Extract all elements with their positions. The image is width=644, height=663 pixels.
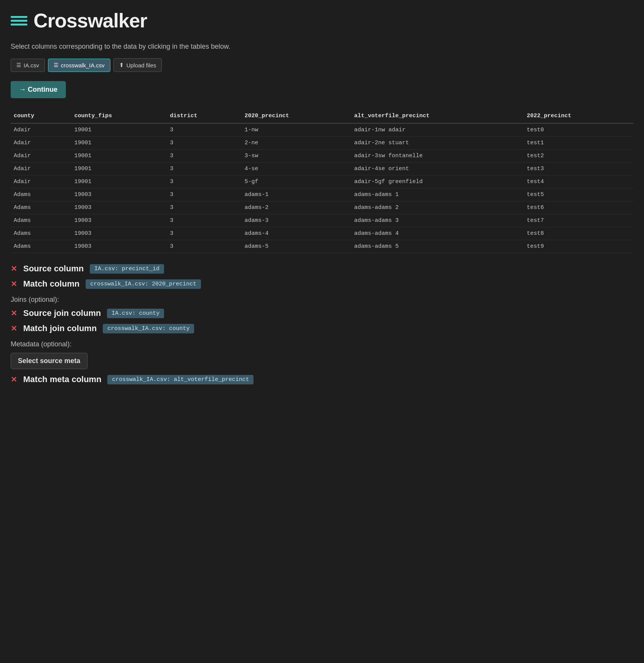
table-cell-r5-c0[interactable]: Adams <box>11 188 71 201</box>
table-cell-r6-c4[interactable]: adams-adams 2 <box>351 201 524 214</box>
table-cell-r5-c3[interactable]: adams-1 <box>242 188 351 201</box>
table-cell-r4-c3[interactable]: 5-gf <box>242 175 351 188</box>
select-meta-container: Select source meta <box>11 353 633 375</box>
table-cell-r5-c4[interactable]: adams-adams 1 <box>351 188 524 201</box>
col-header-2022-precinct[interactable]: 2022_precinct <box>524 109 633 123</box>
source-join-clear-button[interactable]: ✕ <box>11 309 17 317</box>
table-cell-r2-c1[interactable]: 19001 <box>71 150 167 163</box>
table-cell-r0-c4[interactable]: adair-1nw adair <box>351 123 524 137</box>
file-tabs: ☰ IA.csv ☰ crosswalk_IA.csv ⬆ Upload fil… <box>11 58 633 72</box>
continue-button[interactable]: → Continue <box>11 81 66 98</box>
tab-ia-csv[interactable]: ☰ IA.csv <box>11 59 45 72</box>
source-column-badge: IA.csv: precinct_id <box>90 264 164 274</box>
table-cell-r9-c0[interactable]: Adams <box>11 240 71 253</box>
table-row[interactable]: Adair1900133-swadair-3sw fontanelletest2 <box>11 150 633 163</box>
table-cell-r7-c3[interactable]: adams-3 <box>242 214 351 227</box>
table-icon: ☰ <box>16 62 21 68</box>
table-cell-r4-c1[interactable]: 19001 <box>71 175 167 188</box>
table-cell-r8-c1[interactable]: 19003 <box>71 227 167 240</box>
upload-files-button[interactable]: ⬆ Upload files <box>113 58 162 72</box>
table-cell-r9-c3[interactable]: adams-5 <box>242 240 351 253</box>
table-cell-r4-c0[interactable]: Adair <box>11 175 71 188</box>
table-cell-r1-c2[interactable]: 3 <box>167 137 242 150</box>
table-cell-r9-c1[interactable]: 19003 <box>71 240 167 253</box>
table-cell-r6-c5[interactable]: test6 <box>524 201 633 214</box>
table-row[interactable]: Adair1900131-nwadair-1nw adairtest0 <box>11 123 633 137</box>
table-cell-r2-c3[interactable]: 3-sw <box>242 150 351 163</box>
table-cell-r3-c0[interactable]: Adair <box>11 163 71 175</box>
select-source-meta-button[interactable]: Select source meta <box>11 353 88 369</box>
table-cell-r0-c2[interactable]: 3 <box>167 123 242 137</box>
joins-section-label: Joins (optional): <box>11 296 633 304</box>
table-cell-r0-c5[interactable]: test0 <box>524 123 633 137</box>
table-cell-r2-c2[interactable]: 3 <box>167 150 242 163</box>
table-cell-r4-c2[interactable]: 3 <box>167 175 242 188</box>
table-row[interactable]: Adair1900134-seadair-4se orienttest3 <box>11 163 633 175</box>
table-cell-r8-c4[interactable]: adams-adams 4 <box>351 227 524 240</box>
table-cell-r4-c5[interactable]: test4 <box>524 175 633 188</box>
match-meta-badge: crosswalk_IA.csv: alt_voterfile_precinct <box>107 375 253 384</box>
table-cell-r0-c0[interactable]: Adair <box>11 123 71 137</box>
table-cell-r0-c3[interactable]: 1-nw <box>242 123 351 137</box>
table-cell-r5-c2[interactable]: 3 <box>167 188 242 201</box>
app-header: Crosswalker <box>11 9 633 32</box>
table-cell-r6-c3[interactable]: adams-2 <box>242 201 351 214</box>
table-cell-r6-c2[interactable]: 3 <box>167 201 242 214</box>
match-join-column-row: ✕ Match join column crosswalk_IA.csv: co… <box>11 324 633 333</box>
table-cell-r8-c0[interactable]: Adams <box>11 227 71 240</box>
table-row[interactable]: Adams190033adams-5adams-adams 5test9 <box>11 240 633 253</box>
table-cell-r7-c5[interactable]: test7 <box>524 214 633 227</box>
table-cell-r1-c4[interactable]: adair-2ne stuart <box>351 137 524 150</box>
col-header-county-fips[interactable]: county_fips <box>71 109 167 123</box>
hamburger-icon[interactable] <box>11 16 27 26</box>
table-row[interactable]: Adams190033adams-3adams-adams 3test7 <box>11 214 633 227</box>
tab-crosswalk-ia-csv[interactable]: ☰ crosswalk_IA.csv <box>48 59 110 72</box>
table-cell-r1-c3[interactable]: 2-ne <box>242 137 351 150</box>
table-cell-r2-c4[interactable]: adair-3sw fontanelle <box>351 150 524 163</box>
table-cell-r1-c0[interactable]: Adair <box>11 137 71 150</box>
table-cell-r7-c0[interactable]: Adams <box>11 214 71 227</box>
table-cell-r9-c5[interactable]: test9 <box>524 240 633 253</box>
table-cell-r4-c4[interactable]: adair-5gf greenfield <box>351 175 524 188</box>
table-cell-r1-c5[interactable]: test1 <box>524 137 633 150</box>
match-join-clear-button[interactable]: ✕ <box>11 325 17 332</box>
match-meta-clear-button[interactable]: ✕ <box>11 376 17 383</box>
table-header-row: county county_fips district 2020_precinc… <box>11 109 633 123</box>
table-cell-r7-c4[interactable]: adams-adams 3 <box>351 214 524 227</box>
col-header-district[interactable]: district <box>167 109 242 123</box>
data-table-wrapper: county county_fips district 2020_precinc… <box>11 109 633 253</box>
table-row[interactable]: Adams190033adams-2adams-adams 2test6 <box>11 201 633 214</box>
table-row[interactable]: Adams190033adams-1adams-adams 1test5 <box>11 188 633 201</box>
table-cell-r7-c1[interactable]: 19003 <box>71 214 167 227</box>
tab-crosswalk-label: crosswalk_IA.csv <box>61 62 105 69</box>
table-cell-r6-c0[interactable]: Adams <box>11 201 71 214</box>
table-cell-r5-c1[interactable]: 19003 <box>71 188 167 201</box>
col-header-alt-voterfile-precinct[interactable]: alt_voterfile_precinct <box>351 109 524 123</box>
table-cell-r6-c1[interactable]: 19003 <box>71 201 167 214</box>
table-cell-r3-c3[interactable]: 4-se <box>242 163 351 175</box>
table-cell-r8-c3[interactable]: adams-4 <box>242 227 351 240</box>
table-cell-r3-c4[interactable]: adair-4se orient <box>351 163 524 175</box>
table-cell-r1-c1[interactable]: 19001 <box>71 137 167 150</box>
col-header-county[interactable]: county <box>11 109 71 123</box>
table-cell-r0-c1[interactable]: 19001 <box>71 123 167 137</box>
table-row[interactable]: Adair1900135-gfadair-5gf greenfieldtest4 <box>11 175 633 188</box>
table-row[interactable]: Adams190033adams-4adams-adams 4test8 <box>11 227 633 240</box>
match-column-clear-button[interactable]: ✕ <box>11 280 17 288</box>
table-cell-r3-c2[interactable]: 3 <box>167 163 242 175</box>
table-row[interactable]: Adair1900132-neadair-2ne stuarttest1 <box>11 137 633 150</box>
match-meta-label: Match meta column <box>23 375 101 384</box>
table-cell-r2-c0[interactable]: Adair <box>11 150 71 163</box>
table-cell-r8-c2[interactable]: 3 <box>167 227 242 240</box>
table-cell-r3-c5[interactable]: test3 <box>524 163 633 175</box>
select-meta-label: Select source meta <box>18 357 80 365</box>
table-cell-r8-c5[interactable]: test8 <box>524 227 633 240</box>
source-column-clear-button[interactable]: ✕ <box>11 265 17 273</box>
table-cell-r3-c1[interactable]: 19001 <box>71 163 167 175</box>
table-cell-r9-c4[interactable]: adams-adams 5 <box>351 240 524 253</box>
table-cell-r5-c5[interactable]: test5 <box>524 188 633 201</box>
col-header-2020-precinct[interactable]: 2020_precinct <box>242 109 351 123</box>
table-cell-r9-c2[interactable]: 3 <box>167 240 242 253</box>
table-cell-r2-c5[interactable]: test2 <box>524 150 633 163</box>
table-cell-r7-c2[interactable]: 3 <box>167 214 242 227</box>
